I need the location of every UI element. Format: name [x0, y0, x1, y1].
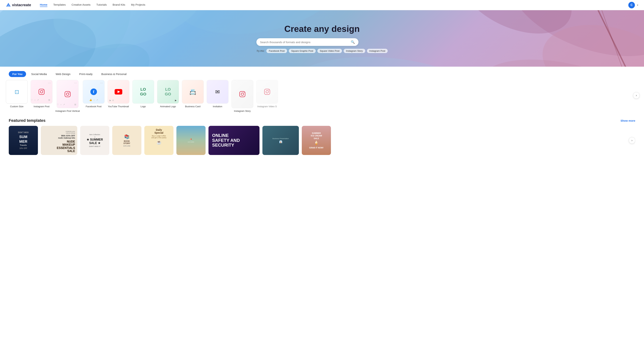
format-label-business-card: Business Card — [185, 105, 200, 108]
format-thumb-instagram-video — [256, 80, 278, 104]
search-icon[interactable]: 🔍 — [351, 40, 355, 44]
svg-point-9 — [477, 49, 640, 67]
template-sailing[interactable]: ⛵ not visible — [176, 126, 206, 155]
svg-line-12 — [580, 10, 644, 67]
tab-print-ready[interactable]: Print-ready — [76, 71, 96, 77]
template-bg-ice-cream: SUMMERICE CREAMSALE 🍦 GRAB IT NOW! — [302, 126, 331, 155]
logo[interactable]: vistacreate — [6, 2, 31, 8]
avatar-chevron-icon[interactable]: ▾ — [637, 4, 638, 6]
try-chip-square-video[interactable]: Square Video Post — [318, 49, 342, 53]
svg-point-29 — [268, 90, 269, 90]
format-label-custom-size: Custom Size — [10, 105, 24, 108]
format-label-instagram-story: Instagram Story — [234, 110, 251, 112]
format-thumb-instagram-vertical: ⋯ ♡ ○ ↗ — [57, 80, 78, 108]
format-instagram-story[interactable]: Instagram Story — [232, 80, 253, 112]
svg-point-15 — [40, 90, 43, 93]
format-label-animated-logo: Animated Logo — [160, 105, 176, 108]
tab-web-design[interactable]: Web Design — [52, 71, 74, 77]
format-label-youtube: YouTube Thumbnail — [108, 105, 129, 108]
business-card-icon: 📇 — [189, 89, 196, 95]
format-instagram-post-vertical[interactable]: ⋯ ♡ ○ ↗ — [56, 80, 80, 112]
format-thumb-logo: LOGO — [132, 80, 154, 104]
template-online-security[interactable]: ONLINESAFETY ANDSECURITY — [208, 126, 260, 155]
format-thumb-instagram-story — [232, 80, 253, 108]
featured-header: Featured templates Show more — [9, 118, 635, 123]
template-summer-sale[interactable]: Item Collection ★ ★ SUMMERSALE ★ DON'T M… — [80, 126, 109, 155]
svg-point-16 — [43, 90, 44, 90]
nav-home[interactable]: Home — [40, 3, 48, 7]
format-label-instagram-vertical: Instagram Post Vertical — [56, 110, 80, 112]
format-thumb-invitation: ✉ — [207, 80, 228, 104]
format-label-logo: Logo — [140, 105, 146, 108]
invitation-icon: ✉ — [215, 89, 220, 95]
template-bg-book-story: 📚 BOOKSTORY EXPLORE — [112, 126, 142, 155]
try-label: Try this: — [256, 49, 264, 52]
template-bg-online-security: ONLINESAFETY ANDSECURITY — [208, 126, 260, 155]
format-logo[interactable]: LOGO Logo — [132, 80, 154, 108]
nav-my-projects[interactable]: My Projects — [131, 3, 145, 7]
instagram-video-icon — [264, 88, 270, 95]
dots-menu-icon-3[interactable]: ⋯ — [100, 81, 103, 85]
template-nude-makeup[interactable]: Underline yournatural beauty With XX% OF… — [41, 126, 77, 155]
try-chip-facebook[interactable]: Facebook Post — [266, 49, 287, 53]
tab-business-personal[interactable]: Business & Personal — [98, 71, 130, 77]
search-bar: 🔍 — [256, 38, 358, 46]
svg-point-2 — [0, 10, 152, 67]
dots-menu-icon[interactable]: ⋯ — [48, 81, 51, 85]
format-business-card[interactable]: 📇 Business Card — [182, 80, 204, 108]
youtube-icon — [114, 89, 122, 94]
logo-box-icon: LOGO — [140, 87, 146, 97]
hero-title: Create any design — [256, 24, 388, 34]
facebook-icon: f — [90, 88, 97, 95]
search-input[interactable] — [260, 41, 349, 44]
svg-rect-27 — [264, 89, 270, 94]
show-more-link[interactable]: Show more — [620, 119, 635, 122]
nav-right: C ▾ — [628, 2, 638, 8]
dots-menu-icon-2[interactable]: ⋯ — [74, 81, 77, 85]
try-chip-instagram-story[interactable]: Instagram Story — [344, 49, 365, 53]
template-summer-travels[interactable]: DON'T MISS SUMMER Travels 10% OFF — [9, 126, 38, 155]
hero-section: Create any design 🔍 Try this: Facebook P… — [0, 10, 644, 67]
svg-point-19 — [69, 92, 70, 93]
templates-row: DON'T MISS SUMMER Travels 10% OFF Underl… — [9, 126, 635, 155]
svg-point-28 — [266, 90, 268, 93]
format-label-facebook: Facebook Post — [86, 105, 102, 108]
format-custom-size[interactable]: ⊡ Custom Size — [6, 80, 28, 108]
template-daily-special[interactable]: DailySpecial Buy 1 Large Coffeeand get a… — [144, 126, 174, 155]
nav-creative-assets[interactable]: Creative Assets — [72, 3, 90, 7]
tab-for-you[interactable]: For You — [9, 71, 26, 77]
format-instagram-post[interactable]: ⋯ ♡ — [30, 80, 52, 108]
nav-templates[interactable]: Templates — [53, 3, 66, 7]
template-bg-daily-special: DailySpecial Buy 1 Large Coffeeand get a… — [144, 126, 174, 155]
format-instagram-video[interactable]: Instagram Video S — [256, 80, 278, 108]
format-youtube-thumbnail[interactable]: ▶ ⏸ YouTube Thumbnail — [108, 80, 130, 108]
template-biz-presentation[interactable]: Business Presentation 👔 — [262, 126, 299, 155]
template-ice-cream[interactable]: SUMMERICE CREAMSALE 🍦 GRAB IT NOW! — [302, 126, 331, 155]
format-facebook-post[interactable]: ⋯ f 👍 ○ ↗ Facebook Post — [83, 80, 104, 108]
format-thumb-instagram-post: ⋯ ♡ — [30, 80, 52, 104]
formats-next-arrow[interactable]: › — [633, 92, 640, 99]
try-chip-square-graphic[interactable]: Square Graphic Post — [289, 49, 316, 53]
svg-point-26 — [244, 92, 244, 93]
format-thumb-facebook: ⋯ f 👍 ○ ↗ — [83, 80, 104, 104]
svg-point-6 — [497, 10, 644, 67]
template-bg-summer-sale: Item Collection ★ ★ SUMMERSALE ★ DON'T M… — [80, 126, 109, 155]
nav-links: Home Templates Creative Assets Tutorials… — [40, 3, 628, 7]
svg-rect-17 — [65, 91, 70, 97]
nav-brand-kits[interactable]: Brand Kits — [112, 3, 125, 7]
templates-next-arrow[interactable]: › — [629, 137, 635, 144]
format-invitation[interactable]: ✉ Invitation — [207, 80, 228, 108]
format-animated-logo[interactable]: LOGO ▶ Animated Logo — [157, 80, 179, 108]
template-bg-biz-present: Business Presentation 👔 — [262, 126, 299, 155]
template-bg-travels: DON'T MISS SUMMER Travels 10% OFF — [9, 126, 38, 155]
tab-social-media[interactable]: Social Media — [28, 71, 50, 77]
svg-point-3 — [0, 10, 106, 67]
category-tabs: For You Social Media Web Design Print-re… — [0, 67, 644, 77]
try-chip-instagram-post[interactable]: Instagram Post — [367, 49, 388, 53]
template-bg-nude-makeup: Underline yournatural beauty With XX% OF… — [41, 126, 77, 155]
instagram-icon-2 — [64, 91, 71, 98]
user-avatar-button[interactable]: C — [628, 2, 635, 8]
nav-tutorials[interactable]: Tutorials — [96, 3, 107, 7]
svg-line-13 — [588, 10, 636, 67]
template-book-story[interactable]: 📚 BOOKSTORY EXPLORE — [112, 126, 142, 155]
